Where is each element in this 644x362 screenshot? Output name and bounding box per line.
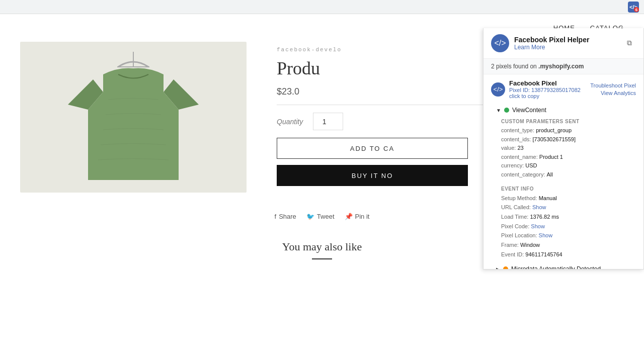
event-info-row: Load Time: 1376.82 ms [501, 212, 636, 222]
param-row: content_category: All [501, 170, 636, 179]
pixel1-info: Facebook Pixel Pixel ID: 138779328501708… [509, 79, 586, 99]
param-row: content_type: product_group [501, 126, 636, 135]
view-content-label: ViewContent [512, 107, 546, 114]
twitter-icon: 🐦 [306, 213, 314, 220]
add-to-cart-button[interactable]: ADD TO CA [277, 138, 468, 159]
share-twitter[interactable]: 🐦 Tweet [306, 213, 335, 220]
param-rows: content_type: product_groupcontent_ids: … [501, 126, 636, 179]
event-info-row: Pixel Code: Show [501, 222, 636, 231]
panel-scroll-area[interactable]: </> Facebook Pixel Pixel ID: 13877932850… [484, 74, 643, 269]
view-content-event-row[interactable]: ▼ ViewContent [484, 104, 643, 116]
event-info-row: URL Called: Show [501, 203, 636, 212]
share-facebook[interactable]: f Share [275, 213, 296, 220]
pixels-found-bar: 2 pixels found on .myshopify.com [484, 59, 643, 74]
share-pinterest[interactable]: 📌 Pin it [345, 213, 370, 220]
pixel-helper-panel: </> Facebook Pixel Helper Learn More ⧉ 2… [483, 28, 644, 269]
pixel1-icon: </> [491, 82, 505, 97]
facebook-icon: f [275, 213, 277, 220]
browser-bar: </> 6 [0, 0, 644, 14]
quantity-label: Quantity [277, 118, 303, 126]
microdata-row[interactable]: ▶ Microdata Automatically Detected [484, 263, 643, 269]
pin-label: Pin it [355, 213, 370, 220]
panel-fb-icon: </> [491, 34, 509, 52]
param-row: content_name: Product 1 [501, 153, 636, 162]
analytics-link-1[interactable]: View Analytics [601, 90, 636, 96]
green-status-dot [504, 108, 509, 113]
event-info-title: EVENT INFO [501, 186, 636, 192]
event-info-rows: Setup Method: ManualURL Called: ShowLoad… [501, 194, 636, 259]
event-info-section: EVENT INFO Setup Method: ManualURL Calle… [484, 184, 643, 263]
quantity-input[interactable] [313, 113, 343, 130]
pixel1-actions: Troubleshoot Pixel View Analytics [590, 82, 636, 96]
event-info-row: Setup Method: Manual [501, 194, 636, 203]
tweet-label: Tweet [317, 213, 335, 220]
custom-params-title: CUSTOM PARAMETERS SENT [501, 119, 636, 124]
also-like-divider [312, 258, 332, 259]
custom-params-section: CUSTOM PARAMETERS SENT content_type: pro… [484, 116, 643, 184]
product-image [20, 42, 247, 193]
troubleshoot-link-1[interactable]: Troubleshoot Pixel [590, 82, 636, 88]
pixel1-name: Facebook Pixel [509, 79, 586, 87]
event-info-row: Event ID: 946117145764 [501, 250, 636, 259]
panel-title-area: Facebook Pixel Helper Learn More [514, 36, 622, 51]
event-info-row: Frame: Window [501, 240, 636, 250]
panel-header: </> Facebook Pixel Helper Learn More ⧉ [484, 28, 643, 59]
ext-badge: 6 [634, 7, 639, 12]
param-row: currency: USD [501, 161, 636, 170]
learn-more-link[interactable]: Learn More [514, 44, 622, 51]
orange-status-dot [503, 266, 508, 269]
microdata-label: Microdata Automatically Detected [511, 265, 601, 269]
external-link-icon[interactable]: ⧉ [627, 39, 636, 48]
microdata-chevron: ▶ [496, 266, 500, 269]
param-row: content_ids: [7305302671559] [501, 135, 636, 144]
pinterest-icon: 📌 [345, 213, 353, 220]
pixel1-id: Pixel ID: 1387793285017082 click to copy [509, 87, 586, 99]
found-text: 2 pixels found on .myshopify.com [491, 63, 584, 70]
main-page: HOME CATALOG [0, 14, 644, 362]
panel-title: Facebook Pixel Helper [514, 36, 622, 44]
pixel1-header: </> Facebook Pixel Pixel ID: 13877932850… [484, 74, 643, 104]
share-label: Share [279, 213, 296, 220]
param-row: value: 23 [501, 144, 636, 153]
pixel1-copy[interactable]: click to copy [509, 93, 539, 99]
chevron-icon: ▼ [496, 108, 501, 113]
product-image-container [20, 42, 247, 193]
buy-now-button[interactable]: BUY IT NO [277, 165, 468, 186]
pixel-item-1: </> Facebook Pixel Pixel ID: 13877932850… [484, 74, 643, 269]
event-info-row: Pixel Location: Show [501, 231, 636, 240]
